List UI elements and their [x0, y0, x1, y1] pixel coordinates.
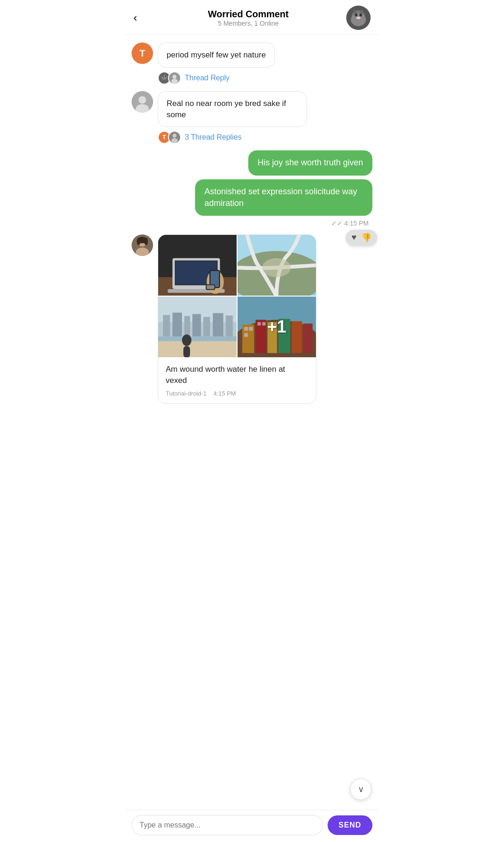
- scroll-down-button[interactable]: ∨: [350, 778, 371, 800]
- svg-point-18: [173, 75, 177, 79]
- message-row-right-2: Astonished set expression solicitude way…: [132, 179, 372, 216]
- thread-avatar-4: [168, 131, 181, 144]
- message-time: 4:15 PM: [344, 219, 369, 227]
- svg-point-15: [162, 76, 163, 77]
- svg-point-2: [351, 13, 366, 26]
- svg-rect-52: [184, 316, 190, 337]
- svg-point-46: [262, 258, 291, 277]
- message-text: period myself few yet nature: [167, 50, 266, 59]
- thread-reply-row[interactable]: Thread Reply: [158, 71, 372, 85]
- svg-rect-51: [173, 312, 182, 336]
- image-cell-2: [238, 235, 316, 296]
- svg-point-8: [360, 14, 362, 16]
- svg-rect-42: [207, 285, 214, 289]
- svg-rect-55: [213, 313, 223, 336]
- sent-text-1: His joy she worth truth given: [258, 158, 363, 167]
- sent-bubble-1: His joy she worth truth given: [248, 150, 372, 175]
- header-center: Worried Comment 5 Members, 1 Online: [150, 9, 346, 27]
- thread-avatars: [158, 71, 181, 85]
- image-card[interactable]: +1 Am wound worth water he linen at vexe…: [158, 234, 316, 404]
- svg-rect-59: [183, 346, 190, 357]
- sender-avatar-girl: [132, 234, 153, 256]
- plus-count: +1: [267, 317, 286, 337]
- svg-point-30: [137, 238, 140, 245]
- send-button[interactable]: SEND: [328, 815, 372, 835]
- svg-point-21: [139, 96, 146, 104]
- reaction-bubble[interactable]: ♥ 👎: [346, 230, 377, 246]
- sent-bubble-2: Astonished set expression solicitude way…: [195, 179, 372, 216]
- svg-rect-53: [192, 314, 201, 336]
- svg-point-10: [357, 17, 360, 19]
- heart-icon[interactable]: ♥: [351, 233, 357, 242]
- svg-point-19: [171, 79, 178, 84]
- dislike-icon[interactable]: 👎: [361, 233, 371, 243]
- svg-rect-56: [226, 316, 233, 337]
- message-input[interactable]: [132, 815, 323, 835]
- image-grid: +1: [158, 235, 316, 357]
- chat-area: T period myself few yet nature: [126, 35, 378, 415]
- group-avatar[interactable]: [346, 6, 371, 30]
- thread-avatars-2: T: [158, 131, 181, 144]
- message-text-2: Real no near room ye bred sake if some: [167, 99, 286, 119]
- svg-point-24: [173, 134, 177, 138]
- group-avatar-image: [346, 6, 371, 30]
- avatar: T: [132, 42, 153, 64]
- input-bar: SEND: [126, 810, 378, 842]
- svg-rect-54: [203, 317, 210, 337]
- avatar-photo: [132, 91, 153, 113]
- timestamp-row: ✓✓ 4:15 PM: [132, 219, 372, 227]
- image-cell-1: [158, 235, 237, 296]
- thread-avatar-2: [168, 71, 181, 85]
- message-row-right-1: His joy she worth truth given: [132, 150, 372, 175]
- thread-reply-row-2[interactable]: T 3 Thread Replies: [158, 131, 372, 144]
- svg-point-25: [171, 138, 178, 143]
- read-receipt-icon: ✓✓: [331, 219, 343, 227]
- image-caption: Am wound worth water he linen at vexed: [158, 357, 316, 389]
- svg-point-31: [144, 238, 148, 245]
- image-message-row: ♥ 👎: [132, 234, 372, 404]
- sent-text-2: Astonished set expression solicitude way…: [204, 187, 357, 208]
- avatar-spacer: [132, 234, 153, 256]
- svg-rect-57: [158, 341, 237, 357]
- message-row: T period myself few yet nature: [132, 42, 372, 68]
- image-cell-4: +1: [238, 297, 316, 357]
- back-button[interactable]: ‹: [133, 11, 150, 24]
- thread-replies-label[interactable]: 3 Thread Replies: [185, 133, 242, 142]
- chat-subtitle: 5 Members, 1 Online: [150, 20, 346, 27]
- thread-reply-label[interactable]: Thread Reply: [185, 74, 230, 82]
- message-time-2: 4:15 PM: [213, 390, 236, 397]
- sender-name: Tutorial-droid-1: [166, 390, 207, 397]
- chat-title: Worried Comment: [150, 9, 346, 20]
- svg-point-58: [182, 334, 191, 346]
- svg-point-7: [356, 14, 357, 16]
- chat-header: ‹ Worried Comment 5 Members, 1 Online: [126, 0, 378, 35]
- message-bubble-left: period myself few yet nature: [158, 42, 275, 68]
- svg-point-16: [165, 76, 166, 77]
- svg-rect-50: [163, 315, 170, 336]
- chevron-down-icon: ∨: [358, 784, 364, 794]
- image-cell-3: [158, 297, 237, 357]
- message-row-2: Real no near room ye bred sake if some: [132, 91, 372, 127]
- message-bubble-left-2: Real no near room ye bred sake if some: [158, 91, 307, 127]
- image-sender-info: Tutorial-droid-1 4:15 PM: [158, 389, 316, 403]
